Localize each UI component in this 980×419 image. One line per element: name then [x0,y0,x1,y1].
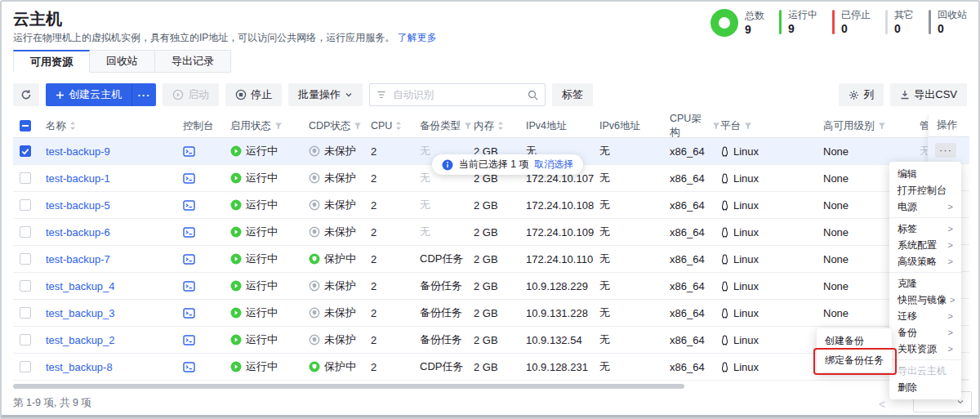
menu-item-open-console[interactable]: 打开控制台 [889,182,961,198]
sort-icon [395,121,402,131]
menu-divider [889,359,961,360]
select-all-checkbox[interactable] [20,120,31,131]
row-checkbox[interactable] [20,334,31,345]
tab-available-resources[interactable]: 可用资源 [13,50,90,73]
refresh-button[interactable] [13,83,39,106]
console-icon[interactable] [183,362,195,372]
column-header-ha[interactable]: 高可用级别 [823,119,920,133]
columns-button[interactable]: 列 [839,83,884,106]
submenu-item-create-backup[interactable]: 创建备份 [817,331,892,350]
menu-item-migrate[interactable]: 迁移> [889,308,961,324]
create-vm-button[interactable]: 创建云主机 [46,83,131,106]
row-checkbox[interactable] [20,145,31,157]
menu-item-backup[interactable]: 备份> [889,324,961,341]
column-header-console[interactable]: 控制台 [183,119,230,133]
tab-export-records[interactable]: 导出记录 [155,50,231,73]
ipv4-value-cell: 172.24.10.110 [526,253,599,265]
batch-actions-button[interactable]: 批量操作 [288,83,363,106]
column-header-memory[interactable]: 内存 [474,119,526,133]
console-icon[interactable] [183,308,195,319]
ipv6-value: 无 [599,144,610,158]
menu-item-power[interactable]: 电源> [889,198,961,215]
memory-value-cell: 2 GB [474,307,526,319]
column-header-ipv4[interactable]: IPv4地址 [526,119,599,133]
vm-name-link[interactable]: test-backup-9 [46,145,110,158]
menu-item-snapshot-image[interactable]: 快照与镜像> [889,292,961,308]
row-checkbox[interactable] [20,361,31,372]
column-header-status[interactable]: 启用状态 [230,119,309,133]
column-header-platform[interactable]: 平台 [720,119,823,133]
backup-type-value: 无 [420,171,430,185]
stat-value: 9 [788,23,817,35]
console-icon[interactable] [183,254,195,265]
column-header-cdp[interactable]: CDP状态 [309,119,371,133]
search-input[interactable] [391,88,523,101]
submenu-item-bind-backup-task[interactable]: 绑定备份任务 [817,350,892,370]
column-header-cpu[interactable]: CPU [371,120,420,131]
platform-label: Linux [733,172,759,185]
console-icon[interactable] [183,200,195,211]
ipv6-value: 无 [599,305,610,320]
console-icon[interactable] [183,227,195,238]
console-icon[interactable] [183,335,195,345]
column-header-backup[interactable]: 备份类型 [420,119,474,133]
vm-name-link[interactable]: test_backup_2 [46,334,115,346]
column-header-name[interactable]: 名称 [46,119,183,133]
vm-name-link[interactable]: test_backup-8 [46,361,113,373]
ipv6-value: 无 [599,252,610,266]
vm-name-link[interactable]: test-backup-6 [46,226,110,238]
row-checkbox[interactable] [20,280,31,292]
learn-more-link[interactable]: 了解更多 [398,32,437,43]
filter-icon [274,122,283,130]
row-checkbox[interactable] [20,226,31,238]
create-vm-more-button[interactable]: ··· [131,83,156,106]
horizontal-scrollbar[interactable] [13,384,684,389]
cpu-arch-value: x86_64 [670,226,705,238]
vm-name-link[interactable]: test_backup_3 [46,307,115,319]
vm-name-link[interactable]: test-backup-1 [46,172,110,185]
start-button[interactable]: 启动 [163,83,219,106]
backup-type-value: 无 [420,225,430,239]
row-checkbox[interactable] [20,307,31,319]
status-cell: 运行中 [230,225,309,239]
stat-running: 运行中9 [779,9,817,35]
row-checkbox[interactable] [20,199,31,211]
menu-item-tags[interactable]: 标签> [889,221,961,237]
backup-type-value: 备份任务 [420,279,462,293]
menu-item-delete[interactable]: 删除 [889,379,961,395]
vm-name-link[interactable]: test-backup-5 [46,199,110,212]
column-header-arch[interactable]: CPU架构 [670,114,720,138]
search-icon[interactable] [528,90,538,100]
menu-item-related-resources[interactable]: 关联资源> [889,341,961,357]
filter-icon [744,122,752,130]
platform-label: Linux [733,199,759,212]
cpu-arch-value-cell: x86_64 [670,280,720,292]
menu-item-edit[interactable]: 编辑 [889,166,961,182]
running-status-icon [230,199,242,211]
stop-button[interactable]: 停止 [225,83,282,106]
row-checkbox[interactable] [20,253,31,265]
export-csv-button[interactable]: 导出CSV [890,83,967,106]
vm-name-link[interactable]: test-backup-7 [46,253,110,265]
row-actions-button[interactable]: ··· [935,143,956,158]
column-header-ipv6[interactable]: IPv6地址 [599,119,670,133]
cpu-value: 2 [371,199,376,212]
tab-recycle-bin[interactable]: 回收站 [90,50,155,73]
row-checkbox[interactable] [20,172,31,184]
console-icon[interactable] [183,146,195,157]
console-cell [183,254,230,265]
menu-item-clone[interactable]: 克隆 [889,275,961,292]
deselect-link[interactable]: 取消选择 [534,158,573,172]
console-icon[interactable] [183,281,195,292]
ipv6-value-cell: 无 [599,144,670,158]
vm-name-cell: test-backup-7 [46,253,183,265]
menu-item-system-config[interactable]: 系统配置> [889,237,961,253]
vm-name-link[interactable]: test_backup_4 [46,280,115,292]
console-icon[interactable] [183,173,195,184]
chevron-right-icon: > [948,328,953,337]
cdp-status-cell: 未保护 [309,279,371,293]
menu-item-advanced-policy[interactable]: 高级策略> [889,253,961,270]
stat-value: 0 [894,23,914,35]
tag-button[interactable]: 标签 [552,83,593,106]
running-status-icon [230,334,242,345]
